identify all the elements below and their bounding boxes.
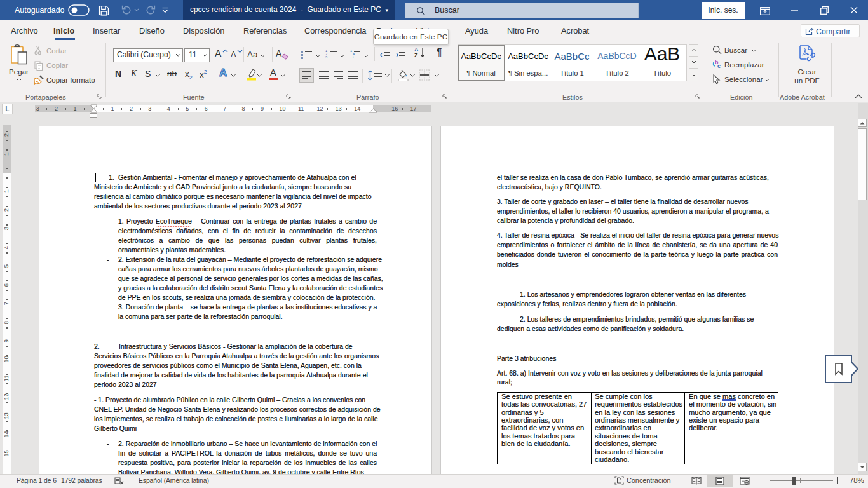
svg-text:c: c <box>717 63 721 69</box>
